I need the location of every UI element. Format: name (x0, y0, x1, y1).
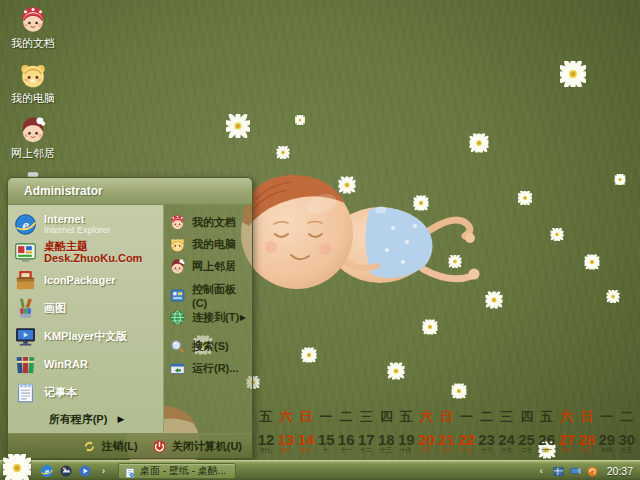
calendar-date: 22 (458, 432, 475, 447)
start-menu-item-label: Internet (44, 213, 111, 225)
calendar-day: 六13初八 (276, 410, 296, 456)
sleeping-baby-illustration (225, 170, 490, 319)
calendar-date: 27 (558, 432, 575, 447)
log-off-button[interactable]: 注销(L) (82, 439, 138, 454)
calendar-date: 23 (478, 432, 495, 447)
internet-explorer-icon[interactable]: e (40, 464, 54, 478)
start-menu-place-my-documents[interactable]: 我的文档 (169, 211, 250, 233)
turn-off-computer-button[interactable]: 关闭计算机(U) (152, 439, 242, 454)
start-menu-place-control-panel[interactable]: 控制面板(C) (169, 284, 250, 306)
calendar-date: 26 (538, 432, 555, 447)
calendar-weekday: 六 (420, 410, 433, 423)
wallpaper-calendar: 五12初七六13初八日14初九一15十二16十一三17十二四18十三五19十四六… (256, 410, 637, 456)
task-button-label: 桌面 - 壁纸 - 桌酷... (140, 464, 226, 478)
start-menu-item-internet-explorer[interactable]: eInternetInternet Explorer (12, 210, 161, 238)
start-menu-place-connect-to[interactable]: 连接到(T)▶ (169, 306, 250, 328)
start-menu-place-label: 连接到(T) (192, 310, 239, 325)
start-menu-item-label: IconPackager (44, 274, 116, 286)
quick-launch-expand-chevron[interactable]: › (102, 466, 105, 476)
zhuoku-theme-icon (14, 241, 37, 264)
calendar-date: 24 (498, 432, 515, 447)
calendar-day: 日28廿三 (577, 410, 597, 456)
start-menu-item-winrar[interactable]: WinRAR (12, 350, 161, 378)
start-menu-item-paint[interactable]: 画图 (12, 294, 161, 322)
calendar-lunar-date: 初八 (280, 448, 292, 454)
run-icon (169, 360, 186, 377)
calendar-weekday: 四 (380, 410, 393, 423)
tray-swirl-icon[interactable] (586, 464, 599, 477)
calendar-date: 17 (358, 432, 375, 447)
calendar-weekday: 四 (520, 410, 533, 423)
calendar-weekday: 六 (280, 410, 293, 423)
start-menu-places-list: 我的文档我的电脑网上邻居控制面板(C)连接到(T)▶搜索(S)运行(R)... (164, 205, 252, 433)
calendar-day: 六20十五 (416, 410, 436, 456)
calendar-day: 六27廿二 (557, 410, 577, 456)
desktop-icon-label: 我的电脑 (11, 91, 55, 106)
start-menu-place-network-places[interactable]: 网上邻居 (169, 255, 250, 277)
start-menu-item-text: InternetInternet Explorer (44, 213, 111, 235)
calendar-lunar-date: 初七 (260, 448, 272, 454)
start-menu-item-icon-packager[interactable]: IconPackager (12, 266, 161, 294)
internet-explorer-icon: e (14, 213, 37, 236)
quick-launch-bar: e › (40, 464, 110, 478)
media-player-icon[interactable] (78, 464, 92, 478)
connect-to-icon (169, 309, 186, 326)
desktop-icon-my-computer[interactable]: 我的电脑 (4, 60, 62, 106)
tray-display-icon[interactable] (569, 464, 582, 477)
calendar-date: 13 (278, 432, 295, 447)
desktop-icon-network-places[interactable]: 网上邻居 (4, 115, 62, 161)
calendar-date: 14 (298, 432, 315, 447)
desktop-icon-label: 网上邻居 (11, 146, 55, 161)
daisy-icon (560, 61, 586, 91)
calendar-date: 20 (418, 432, 435, 447)
start-menu-place-run[interactable]: 运行(R)... (169, 357, 250, 379)
calendar-weekday: 三 (500, 410, 513, 423)
calendar-weekday: 五 (400, 410, 413, 423)
desktop-icon-my-documents[interactable]: 我的文档 (4, 5, 62, 51)
start-menu-item-label: KMPlayer中文版 (44, 330, 127, 342)
calendar-lunar-date: 十五 (421, 448, 433, 454)
calendar-day: 五12初七 (256, 410, 276, 456)
taskbar-task-button[interactable]: e 桌面 - 壁纸 - 桌酷... (118, 463, 236, 479)
logged-in-user: Administrator (24, 184, 103, 198)
calendar-date: 30 (619, 432, 636, 447)
calendar-day: 日21十六 (436, 410, 456, 456)
submenu-arrow-icon: ▶ (240, 313, 246, 322)
start-menu-item-text: 画图 (44, 302, 66, 314)
paint-icon (14, 297, 37, 320)
calendar-lunar-date: 十一 (340, 448, 352, 454)
start-menu-item-kmplayer[interactable]: KMPlayer中文版 (12, 322, 161, 350)
start-menu-place-label: 我的文档 (192, 215, 236, 230)
start-menu-item-notepad[interactable]: 记事本 (12, 378, 161, 406)
daisy-icon (615, 171, 626, 189)
network-places-icon (18, 115, 48, 145)
svg-text:e: e (131, 473, 133, 477)
start-menu-place-label: 运行(R)... (192, 361, 238, 376)
calendar-weekday: 二 (480, 410, 493, 423)
start-menu-item-label: 记事本 (44, 386, 77, 398)
tray-collapse-chevron[interactable]: ‹ (540, 466, 543, 476)
tray-grid-icon[interactable] (552, 464, 565, 477)
calendar-lunar-date: 廿二 (561, 448, 573, 454)
daisy-icon (388, 363, 405, 384)
calendar-lunar-date: 廿四 (601, 448, 613, 454)
svg-text:e: e (45, 466, 49, 476)
start-menu-item-label: 桌酷主题Desk.ZhuoKu.Com (44, 240, 159, 264)
all-programs-button[interactable]: 所有程序(P)▶ (12, 407, 161, 431)
start-menu-place-my-computer[interactable]: 我的电脑 (169, 233, 250, 255)
start-menu-item-text: IconPackager (44, 274, 116, 286)
daisy-icon (518, 191, 532, 209)
calendar-weekday: 一 (320, 410, 333, 423)
calendar-weekday: 一 (600, 410, 613, 423)
start-menu-item-text: WinRAR (44, 358, 88, 370)
daisy-icon (551, 227, 564, 245)
show-desktop-icon[interactable] (59, 464, 73, 478)
start-menu-place-search[interactable]: 搜索(S) (169, 335, 250, 357)
calendar-day: 一22十七 (456, 410, 476, 456)
start-button[interactable] (3, 454, 31, 480)
calendar-day: 二30廿五 (617, 410, 637, 456)
daisy-icon (452, 384, 467, 403)
start-menu-item-zhuoku-theme[interactable]: 桌酷主题Desk.ZhuoKu.Com (12, 238, 161, 266)
calendar-lunar-date: 十四 (401, 448, 413, 454)
calendar-weekday: 五 (260, 410, 273, 423)
